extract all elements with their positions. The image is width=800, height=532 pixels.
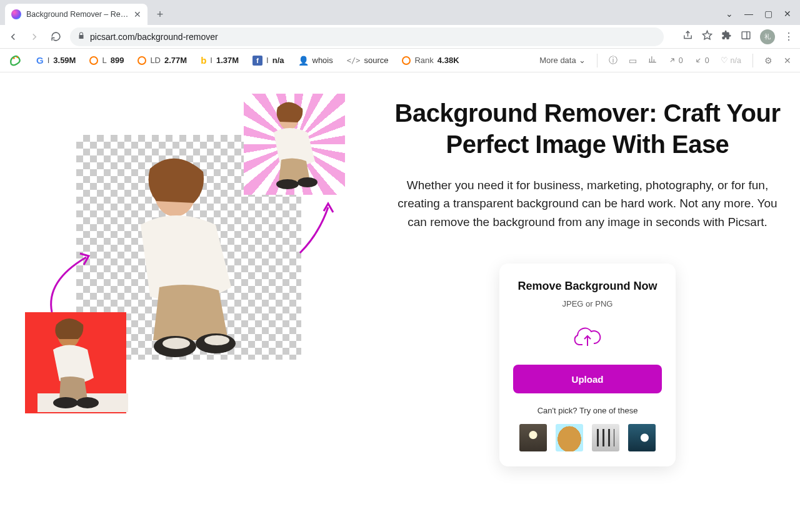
star-icon[interactable] [702,30,712,43]
seo-bing-index[interactable]: b I1.37M [201,55,239,66]
seo-rank[interactable]: Rank 4.38K [402,56,459,65]
upload-button[interactable]: Upload [513,365,662,393]
svg-point-11 [204,335,229,345]
back-button[interactable] [6,30,20,44]
heart-icon: ♡ [721,56,728,65]
display-icon[interactable]: ▭ [629,56,637,66]
browser-chrome: Background Remover – Remove | ✕ + ⌄ — ▢ … [0,0,800,49]
reload-button[interactable] [49,30,62,44]
kebab-menu-icon[interactable]: ⋮ [784,31,794,42]
window-controls: ⌄ — ▢ ✕ [726,9,800,25]
svg-point-6 [76,397,99,408]
chrome-right-icons: 礼 ⋮ [682,29,794,44]
arrow-icon [294,200,344,256]
circle-icon [89,56,98,65]
chevron-down-icon[interactable]: ⌄ [726,9,733,19]
arrow-icon [42,250,99,318]
side-panel-icon[interactable] [741,30,751,43]
profile-avatar[interactable]: 礼 [760,29,775,44]
seo-whois[interactable]: 👤 whois [298,56,333,66]
circle-icon [402,56,411,65]
gear-icon[interactable]: ⚙ [764,56,772,66]
card-title: Remove Background Now [513,280,662,293]
bing-icon: b [201,55,206,66]
sample-images [513,424,662,451]
svg-point-10 [162,338,190,349]
svg-point-2 [13,57,15,59]
browser-tab[interactable]: Background Remover – Remove | ✕ [5,4,148,25]
sample-image-dog[interactable] [556,424,583,451]
close-icon[interactable]: ✕ [134,9,141,19]
bar-chart-icon[interactable] [648,55,657,66]
sample-image-hand[interactable] [628,424,656,451]
lock-icon [78,32,85,41]
close-icon[interactable]: ✕ [784,56,791,66]
more-data-dropdown[interactable]: More data ⌄ [539,56,586,65]
nav-bar: picsart.com/background-remover 礼 ⋮ [0,25,800,49]
external-links-count[interactable]: 0 [668,56,683,65]
seo-google-index[interactable]: G I3.59M [36,55,76,66]
seoquake-logo[interactable] [9,54,22,67]
extensions-icon[interactable] [721,30,732,43]
divider [752,54,753,67]
google-icon: G [36,55,44,66]
hero-copy: Background Remover: Craft Your Perfect I… [394,94,781,466]
info-icon[interactable]: ⓘ [609,55,618,66]
user-icon: 👤 [298,56,309,66]
card-subtitle: JPEG or PNG [513,299,662,308]
circle-icon [138,56,146,65]
divider [597,54,598,67]
new-tab-button[interactable]: + [151,6,169,23]
maximize-icon[interactable]: ▢ [764,9,772,19]
svg-point-3 [16,56,18,58]
url-text: picsart.com/background-remover [90,32,218,42]
svg-point-5 [53,397,78,408]
seo-toolbar: G I3.59M L 899 LD 2.77M b I1.37M f I n/a… [0,49,800,72]
code-icon: </> [347,56,361,65]
cant-pick-text: Can't pick? Try one of these [513,406,662,415]
chevron-down-icon: ⌄ [579,56,586,65]
share-icon[interactable] [682,30,693,43]
minimize-icon[interactable]: — [744,9,753,19]
cloud-upload-icon [572,322,602,352]
seo-facebook[interactable]: f I n/a [252,56,284,66]
seo-heart[interactable]: ♡ n/a [721,56,741,65]
sample-image-candle[interactable] [519,424,547,451]
hero-illustration [19,94,369,443]
person-graphic [34,315,116,409]
sample-image-people[interactable] [592,424,619,451]
svg-point-14 [298,177,318,187]
seo-linking-domains[interactable]: LD 2.77M [138,56,187,65]
tab-title: Background Remover – Remove | [26,10,129,19]
seo-links[interactable]: L 899 [89,56,124,65]
svg-rect-0 [742,32,750,39]
facebook-icon: f [252,56,262,66]
tab-favicon [11,9,21,19]
person-graphic-main [106,156,275,362]
close-window-icon[interactable]: ✕ [784,9,791,19]
address-bar[interactable]: picsart.com/background-remover [70,27,664,46]
internal-links-count[interactable]: 0 [694,56,709,65]
forward-button[interactable] [28,30,41,44]
person-graphic [256,100,334,190]
seo-source[interactable]: </> source [347,56,389,65]
tab-strip: Background Remover – Remove | ✕ + ⌄ — ▢ … [0,0,800,25]
svg-point-13 [276,179,299,189]
page-headline: Background Remover: Craft Your Perfect I… [394,97,781,160]
upload-card: Remove Background Now JPEG or PNG Upload… [499,264,676,466]
page-subtext: Whether you need it for business, market… [394,176,781,231]
page-content: Background Remover: Craft Your Perfect I… [0,72,800,466]
